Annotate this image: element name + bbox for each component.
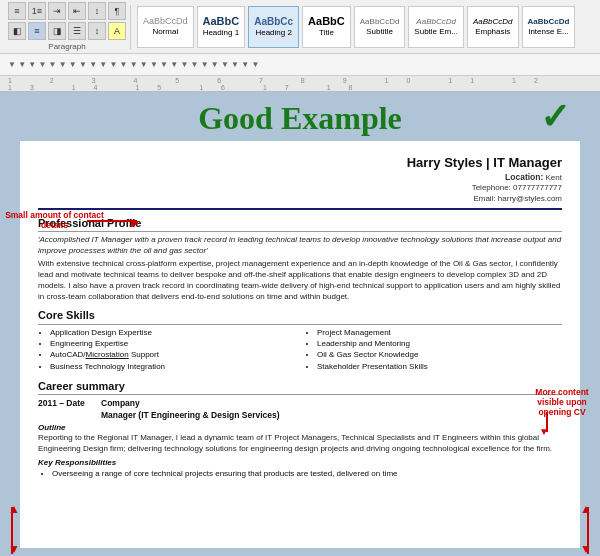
skill-item: Leadership and Mentoring [317, 339, 562, 349]
line-spacing-icon[interactable]: ↕ [88, 22, 106, 40]
style-title-preview: AaBbC [308, 15, 345, 28]
style-subtitle-preview: AaBbCcDd [360, 17, 400, 27]
red-arrow-bottom-left: ▼ [8, 542, 20, 556]
align-left-icon[interactable]: ◧ [8, 22, 26, 40]
resume-name: Harry Styles | IT Manager [38, 155, 562, 172]
contact-arrowhead: ▶ [131, 217, 139, 228]
toolbar2: ▼ ▼ ▼ ▼ ▼ ▼ ▼ ▼ ▼ ▼ ▼ ▼ ▼ ▼ ▼ ▼ ▼ ▼ ▼ ▼ … [0, 54, 600, 76]
outline-text: Reporting to the Regional IT Manager, I … [38, 433, 562, 455]
skill-item: Stakeholder Presentation Skills [317, 362, 562, 372]
key-resp-label: Key Responsibilities [38, 458, 562, 468]
ruler-numbers: 1 2 3 4 5 6 7 8 9 10 11 12 13 14 15 16 1… [8, 77, 592, 91]
red-arrow-top-left: ▲ [8, 502, 20, 516]
style-emphasis-preview: AaBbCcDd [473, 17, 513, 27]
career-heading: Career summary [38, 379, 562, 395]
email-value: harry@styles.com [498, 194, 562, 203]
profile-heading: Professional Profile [38, 216, 562, 232]
style-intense[interactable]: AaBbCcDd Intense E... [522, 6, 576, 48]
telephone-label: Telephone: [472, 183, 511, 192]
more-content-annotation: More content visible upon opening CV ▼ [526, 387, 598, 417]
toolbar: ≡ 1≡ ⇥ ⇤ ↕ ¶ ◧ ≡ ◨ ☰ ↕ A Paragraph AaBbC… [0, 0, 600, 54]
styles-section: AaBbCcDd Normal AaBbC Heading 1 AaBbCc H… [133, 4, 596, 50]
style-h1-preview: AaBbC [203, 15, 240, 28]
resume-header: Harry Styles | IT Manager Location: Kent… [38, 155, 562, 210]
skills-heading: Core Skills [38, 308, 562, 324]
shading-icon[interactable]: A [108, 22, 126, 40]
style-normal-label: Normal [152, 27, 178, 37]
skills-left: Application Design Expertise Engineering… [38, 328, 295, 374]
resume-location: Location: Kent [38, 172, 562, 183]
toolbar2-text: ▼ ▼ ▼ ▼ ▼ ▼ ▼ ▼ ▼ ▼ ▼ ▼ ▼ ▼ ▼ ▼ ▼ ▼ ▼ ▼ … [8, 60, 259, 69]
email-label: Email: [473, 194, 495, 203]
paragraph-label: Paragraph [8, 42, 126, 51]
career-date: 2011 – Date [38, 398, 93, 409]
outdent-icon[interactable]: ⇤ [68, 2, 86, 20]
style-title-label: Title [319, 28, 334, 38]
location-value: Kent [546, 173, 562, 182]
style-subtle-em[interactable]: AaBbCcDd Subtle Em... [408, 6, 464, 48]
skill-item: Business Technology Integration [50, 362, 295, 372]
style-h2-label: Heading 2 [255, 28, 291, 38]
style-normal-preview: AaBbCcDd [143, 16, 188, 27]
style-subtle-em-preview: AaBbCcDd [416, 17, 456, 27]
contact-annotation: Small amount of contact details ▶ [2, 210, 107, 230]
red-arrow-top-right: ▲ [580, 502, 592, 516]
skills-columns: Application Design Expertise Engineering… [38, 328, 562, 374]
style-intense-preview: AaBbCcDd [528, 17, 570, 27]
sort-icon[interactable]: ↕ [88, 2, 106, 20]
resume-email: Email: harry@styles.com [38, 194, 562, 204]
formatting-icons: ≡ 1≡ ⇥ ⇤ ↕ ¶ [8, 2, 126, 20]
good-example-banner: Good Example ✓ [20, 100, 580, 137]
style-subtitle[interactable]: AaBbCcDd Subtitle [354, 6, 406, 48]
indent-icon[interactable]: ⇥ [48, 2, 66, 20]
align-center-icon[interactable]: ≡ [28, 22, 46, 40]
alignment-icons: ◧ ≡ ◨ ☰ ↕ A [8, 22, 126, 40]
style-normal[interactable]: AaBbCcDd Normal [137, 6, 194, 48]
location-label: Location: [505, 172, 543, 182]
style-intense-label: Intense E... [528, 27, 568, 37]
show-marks-icon[interactable]: ¶ [108, 2, 126, 20]
skill-item: Application Design Expertise [50, 328, 295, 338]
skill-item: Project Management [317, 328, 562, 338]
align-right-icon[interactable]: ◨ [48, 22, 66, 40]
outline-label: Outline [38, 423, 562, 433]
skill-item: AutoCAD/Microstation Support [50, 350, 295, 360]
good-example-text: Good Example [198, 100, 402, 136]
profile-quote: 'Accomplished IT Manager with a proven t… [38, 235, 562, 256]
skill-item: Engineering Expertise [50, 339, 295, 349]
style-h1-label: Heading 1 [203, 28, 239, 38]
profile-body: With extensive technical cross-platform … [38, 259, 562, 302]
telephone-value: 07777777777 [513, 183, 562, 192]
contact-arrow-line [87, 220, 137, 222]
bullets-icon[interactable]: ≡ [8, 2, 26, 20]
more-content-arrowhead: ▼ [539, 426, 549, 437]
style-title[interactable]: AaBbC Title [302, 6, 351, 48]
paragraph-section: ≡ 1≡ ⇥ ⇤ ↕ ¶ ◧ ≡ ◨ ☰ ↕ A Paragraph [4, 5, 131, 49]
checkmark-icon: ✓ [540, 96, 570, 138]
justify-icon[interactable]: ☰ [68, 22, 86, 40]
ruler: 1 2 3 4 5 6 7 8 9 10 11 12 13 14 15 16 1… [0, 76, 600, 92]
document-area: Good Example ✓ Small amount of contact d… [0, 92, 600, 556]
style-subtitle-label: Subtitle [366, 27, 393, 37]
red-arrow-bottom-right: ▼ [580, 542, 592, 556]
key-resp-item: Overseeing a range of core technical pro… [52, 469, 562, 479]
style-heading2[interactable]: AaBbCc Heading 2 [248, 6, 299, 48]
career-company: Company [101, 398, 280, 409]
career-entry: 2011 – Date Company Manager (IT Engineer… [38, 398, 562, 420]
skills-right: Project Management Leadership and Mentor… [305, 328, 562, 374]
style-heading1[interactable]: AaBbC Heading 1 [197, 6, 246, 48]
style-emphasis[interactable]: AaBbCcDd Emphasis [467, 6, 519, 48]
style-emphasis-label: Emphasis [475, 27, 510, 37]
skill-item: Oil & Gas Sector Knowledge [317, 350, 562, 360]
resume-telephone: Telephone: 07777777777 [38, 183, 562, 193]
numbering-icon[interactable]: 1≡ [28, 2, 46, 20]
style-subtle-em-label: Subtle Em... [414, 27, 458, 37]
document-page: Harry Styles | IT Manager Location: Kent… [20, 141, 580, 548]
career-role: Manager (IT Engineering & Design Service… [101, 410, 280, 421]
style-h2-preview: AaBbCc [254, 16, 293, 28]
